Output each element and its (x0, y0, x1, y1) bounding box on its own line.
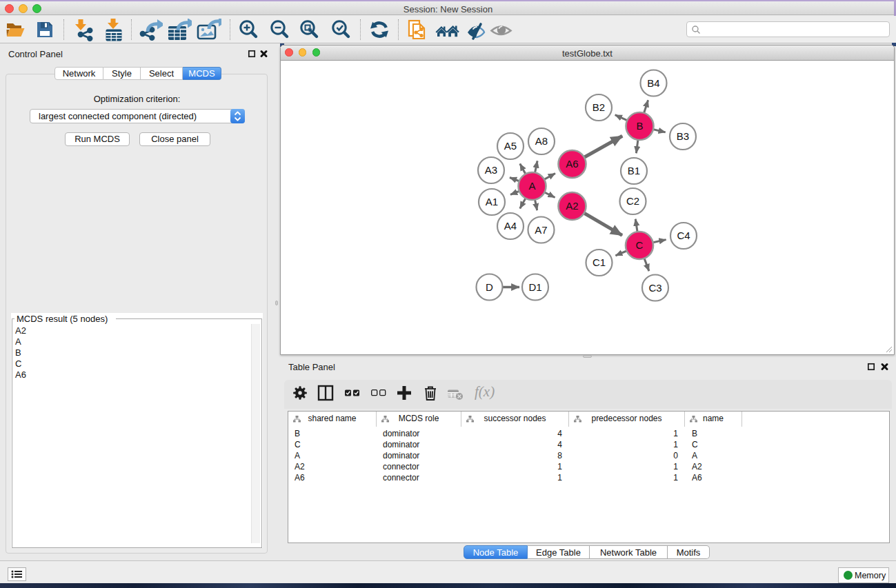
svg-text:C1: C1 (593, 256, 606, 268)
svg-text:B3: B3 (677, 130, 689, 142)
svg-text:B: B (636, 120, 643, 132)
svg-text:A: A (528, 180, 535, 192)
svg-text:A3: A3 (485, 164, 497, 176)
svg-text:A1: A1 (486, 196, 498, 207)
svg-text:B4: B4 (647, 77, 659, 89)
svg-text:A7: A7 (535, 224, 547, 236)
svg-text:A6: A6 (566, 158, 578, 170)
svg-text:D: D (486, 281, 493, 293)
svg-text:C3: C3 (648, 282, 661, 294)
svg-text:C2: C2 (626, 195, 639, 207)
svg-text:D1: D1 (528, 281, 541, 293)
svg-text:A2: A2 (566, 200, 578, 212)
svg-text:B2: B2 (593, 101, 605, 113)
svg-text:A8: A8 (535, 135, 548, 147)
svg-text:A5: A5 (504, 140, 517, 152)
svg-text:A4: A4 (504, 220, 517, 232)
svg-text:B1: B1 (628, 165, 640, 176)
svg-text:C4: C4 (677, 230, 690, 241)
svg-text:C: C (636, 239, 644, 251)
